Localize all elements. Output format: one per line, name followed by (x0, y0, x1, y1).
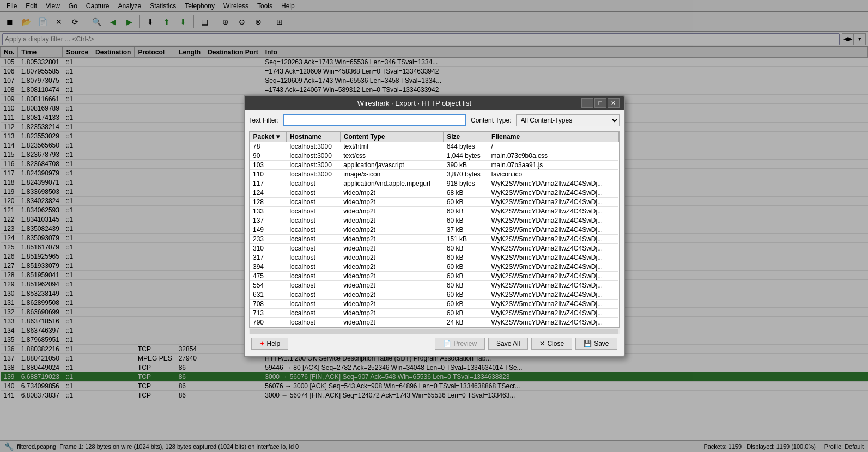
modal-table-row[interactable]: 394localhostvideo/mp2t60 kBWyK2SW5mcYDAr… (250, 262, 618, 272)
modal-table-row[interactable]: 554localhostvideo/mp2t60 kBWyK2SW5mcYDAr… (250, 281, 618, 290)
modal-cell-2: video/mp2t (340, 253, 443, 262)
modal-table-row[interactable]: 317localhostvideo/mp2t60 kBWyK2SW5mcYDAr… (250, 253, 618, 262)
modal-cell-1: localhost (286, 281, 340, 290)
modal-cell-4: main.07b3aa91.js (488, 161, 618, 170)
modal-filter-row: Text Filter: Content Type: All Content-T… (249, 114, 620, 126)
modal-cell-0: 78 (250, 142, 286, 151)
modal-col-filename[interactable]: Filename (488, 132, 618, 142)
modal-table-row[interactable]: 310localhostvideo/mp2t60 kBWyK2SW5mcYDAr… (250, 244, 618, 253)
modal-cell-4: WyK2SW5mcYDArna2IlwZ4C4SwDj... (488, 300, 618, 309)
content-type-select[interactable]: All Content-Typestext/htmltext/cssapplic… (516, 114, 620, 126)
modal-table-row[interactable]: 631localhostvideo/mp2t60 kBWyK2SW5mcYDAr… (250, 290, 618, 300)
modal-cell-2: video/mp2t (340, 309, 443, 318)
modal-cell-4: favicon.ico (488, 170, 618, 179)
modal-cell-2: video/mp2t (340, 262, 443, 272)
modal-table-row[interactable]: 78localhost:3000text/html644 bytes/ (250, 142, 618, 151)
modal-table-row[interactable]: 713localhostvideo/mp2t60 kBWyK2SW5mcYDAr… (250, 309, 618, 318)
modal-content: Text Filter: Content Type: All Content-T… (245, 110, 624, 356)
modal-cell-4: WyK2SW5mcYDArna2IlwZ4C4SwDj... (488, 290, 618, 300)
modal-cell-4: WyK2SW5mcYDArna2IlwZ4C4SwDj... (488, 216, 618, 225)
modal-cell-4: WyK2SW5mcYDArna2IlwZ4C4SwDj... (488, 188, 618, 198)
modal-cell-4: WyK2SW5mcYDArna2IlwZ4C4SwDj... (488, 198, 618, 207)
modal-close-btn[interactable]: ✕ Close (531, 338, 572, 350)
modal-table-row[interactable]: 103localhost:3000application/javascript3… (250, 161, 618, 170)
modal-table-row[interactable]: 110localhost:3000image/x-icon3,870 bytes… (250, 170, 618, 179)
help-icon: ✦ (259, 340, 265, 347)
modal-cell-2: video/mp2t (340, 290, 443, 300)
modal-table-row[interactable]: 708localhostvideo/mp2t60 kBWyK2SW5mcYDAr… (250, 300, 618, 309)
modal-footer-left: ✦ Help (251, 338, 432, 350)
modal-maximize-button[interactable]: □ (594, 98, 606, 108)
modal-cell-2: image/x-icon (340, 170, 443, 179)
modal-minimize-button[interactable]: − (581, 98, 593, 108)
modal-cell-3: 60 kB (444, 198, 488, 207)
modal-save-all-button[interactable]: Save All (488, 338, 528, 350)
modal-cell-1: localhost:3000 (286, 142, 340, 151)
modal-table-row[interactable]: 149localhostvideo/mp2t37 kBWyK2SW5mcYDAr… (250, 225, 618, 235)
modal-preview-button[interactable]: 📄 Preview (435, 338, 485, 350)
modal-col-size[interactable]: Size (444, 132, 488, 142)
modal-cell-1: localhost (286, 244, 340, 253)
modal-cell-2: application/vnd.apple.mpegurl (340, 179, 443, 188)
modal-cell-4: WyK2SW5mcYDArna2IlwZ4C4SwDj... (488, 309, 618, 318)
modal-col-content-type[interactable]: Content Type (340, 132, 443, 142)
modal-cell-1: localhost:3000 (286, 170, 340, 179)
modal-cell-1: localhost (286, 198, 340, 207)
modal-hscroll[interactable] (249, 328, 620, 334)
modal-cell-4: WyK2SW5mcYDArna2IlwZ4C4SwDj... (488, 318, 618, 327)
modal-cell-2: application/javascript (340, 161, 443, 170)
modal-table-row[interactable]: 90localhost:3000text/css1,044 bytesmain.… (250, 151, 618, 161)
modal-table-wrapper[interactable]: Packet ▾ Hostname Content Type Size File… (249, 131, 620, 328)
modal-cell-3: 3,870 bytes (444, 170, 488, 179)
modal-col-packet[interactable]: Packet ▾ (250, 132, 286, 142)
modal-cell-0: 117 (250, 179, 286, 188)
modal-table-row[interactable]: 133localhostvideo/mp2t60 kBWyK2SW5mcYDAr… (250, 207, 618, 216)
close-icon: ✕ (539, 340, 545, 347)
modal-cell-0: 554 (250, 281, 286, 290)
modal-cell-3: 60 kB (444, 244, 488, 253)
modal-cell-3: 918 bytes (444, 179, 488, 188)
modal-cell-3: 60 kB (444, 300, 488, 309)
modal-cell-4: WyK2SW5mcYDArna2IlwZ4C4SwDj... (488, 281, 618, 290)
text-filter-label: Text Filter: (249, 117, 279, 124)
modal-cell-0: 708 (250, 300, 286, 309)
modal-cell-1: localhost (286, 318, 340, 327)
content-type-label: Content Type: (471, 117, 512, 124)
save-label: Save (594, 340, 609, 347)
modal-cell-2: video/mp2t (340, 198, 443, 207)
modal-cell-2: video/mp2t (340, 244, 443, 253)
modal-table-row[interactable]: 128localhostvideo/mp2t60 kBWyK2SW5mcYDAr… (250, 198, 618, 207)
close-label: Close (547, 340, 564, 347)
modal-cell-2: text/css (340, 151, 443, 161)
modal-cell-3: 151 kB (444, 235, 488, 244)
modal-table-row[interactable]: 117localhostapplication/vnd.apple.mpegur… (250, 179, 618, 188)
modal-cell-2: video/mp2t (340, 225, 443, 235)
modal-titlebar: Wireshark · Export · HTTP object list − … (245, 96, 624, 110)
modal-table-row[interactable]: 475localhostvideo/mp2t60 kBWyK2SW5mcYDAr… (250, 272, 618, 281)
modal-close-button[interactable]: ✕ (608, 98, 620, 108)
modal-cell-0: 124 (250, 188, 286, 198)
modal-cell-0: 233 (250, 235, 286, 244)
modal-help-button[interactable]: ✦ Help (251, 338, 289, 350)
modal-table-row[interactable]: 790localhostvideo/mp2t24 kBWyK2SW5mcYDAr… (250, 318, 618, 327)
modal-save-button[interactable]: 💾 Save (575, 338, 617, 350)
modal-cell-1: localhost (286, 188, 340, 198)
text-filter-input[interactable] (283, 114, 466, 126)
modal-table-row[interactable]: 124localhostvideo/mp2t68 kBWyK2SW5mcYDAr… (250, 188, 618, 198)
save-icon: 💾 (584, 340, 592, 347)
modal-table-row[interactable]: 233localhostvideo/mp2t151 kBWyK2SW5mcYDA… (250, 235, 618, 244)
modal-title: Wireshark · Export · HTTP object list (249, 99, 580, 107)
modal-cell-3: 1,044 bytes (444, 151, 488, 161)
modal-cell-4: WyK2SW5mcYDArna2IlwZ4C4SwDj... (488, 253, 618, 262)
modal-cell-3: 60 kB (444, 207, 488, 216)
modal-cell-3: 60 kB (444, 253, 488, 262)
modal-cell-1: localhost (286, 225, 340, 235)
modal-cell-0: 713 (250, 309, 286, 318)
modal-cell-4: main.073c9b0a.css (488, 151, 618, 161)
modal-col-hostname[interactable]: Hostname (286, 132, 340, 142)
modal-table-row[interactable]: 137localhostvideo/mp2t60 kBWyK2SW5mcYDAr… (250, 216, 618, 225)
modal-cell-0: 475 (250, 272, 286, 281)
modal-cell-0: 149 (250, 225, 286, 235)
modal-table: Packet ▾ Hostname Content Type Size File… (250, 131, 619, 327)
modal-cell-1: localhost (286, 235, 340, 244)
